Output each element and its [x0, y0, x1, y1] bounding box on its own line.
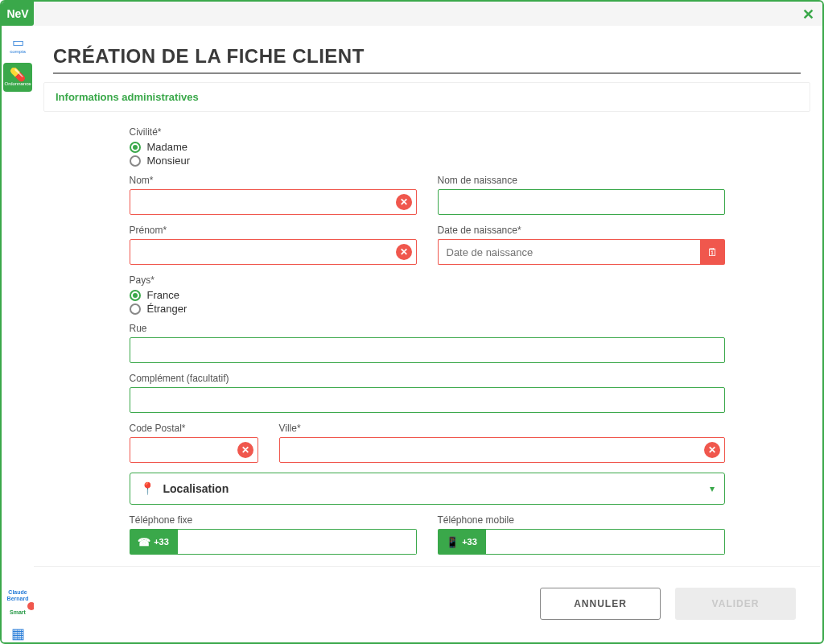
validate-button[interactable]: VALIDER	[675, 588, 796, 620]
tel-mobile-label: Téléphone mobile	[438, 514, 725, 526]
pays-radio-group: France Étranger	[130, 289, 725, 315]
error-icon: ✕	[237, 442, 253, 458]
calendar-icon: 🗓	[707, 246, 718, 258]
app-window: NeV ✕ ▭ compta 💊 Ordonnance Claude Berna…	[0, 0, 824, 644]
form-body: Civilité* Madame Monsieur Nom* ✕ Nom de	[34, 112, 820, 640]
nom-label: Nom*	[130, 175, 417, 186]
localisation-label: Localisation	[163, 482, 229, 495]
pays-label: Pays*	[130, 275, 725, 286]
chevron-down-icon: ▾	[710, 483, 715, 494]
tel-mobile-input[interactable]	[486, 529, 725, 555]
mobile-icon: 📱	[446, 536, 459, 548]
footer-bar: ANNULER VALIDER	[34, 566, 820, 640]
tel-fixe-input[interactable]	[178, 529, 417, 555]
civilite-label: Civilité*	[130, 126, 725, 138]
calendar-button[interactable]: 🗓	[700, 239, 725, 265]
date-naissance-label: Date de naissance*	[438, 225, 725, 236]
rail-logo-claude-bernard[interactable]: Claude Bernard	[3, 589, 32, 602]
civilite-madame[interactable]: Madame	[130, 141, 725, 153]
localisation-select[interactable]: 📍 Localisation ▾	[130, 473, 725, 505]
pays-etranger[interactable]: Étranger	[130, 303, 725, 315]
topbar: NeV ✕	[2, 2, 822, 26]
date-naissance-input[interactable]	[438, 239, 700, 265]
nom-input[interactable]	[130, 189, 417, 215]
section-tab-admin-info[interactable]: Informations administratives	[43, 82, 810, 112]
left-rail: ▭ compta 💊 Ordonnance Claude Bernard Sma…	[2, 26, 34, 642]
apps-grid-icon[interactable]: ▦	[11, 625, 25, 642]
error-icon: ✕	[396, 244, 412, 260]
civilite-monsieur[interactable]: Monsieur	[130, 155, 725, 167]
app-logo: NeV	[2, 2, 34, 26]
content-area: CRÉATION DE LA FICHE CLIENT Informations…	[34, 26, 820, 640]
phone-mobile-prefix[interactable]: 📱+33	[438, 529, 486, 555]
cp-label: Code Postal*	[130, 423, 258, 434]
cancel-button[interactable]: ANNULER	[540, 588, 661, 620]
complement-input[interactable]	[130, 387, 725, 413]
close-icon[interactable]: ✕	[802, 6, 814, 23]
rue-label: Rue	[130, 323, 725, 334]
phone-fixe-prefix[interactable]: ☎+33	[130, 529, 178, 555]
rue-input[interactable]	[130, 337, 725, 363]
error-icon: ✕	[704, 442, 720, 458]
page-title: CRÉATION DE LA FICHE CLIENT	[34, 26, 820, 72]
radio-off-icon	[130, 155, 141, 167]
card-icon: ▭	[12, 36, 24, 49]
pays-france[interactable]: France	[130, 289, 725, 301]
nom-naissance-input[interactable]	[438, 189, 725, 215]
radio-off-icon	[130, 303, 141, 315]
phone-icon: ☎	[138, 536, 150, 548]
ville-label: Ville*	[279, 423, 725, 434]
pill-icon: 💊	[10, 68, 26, 81]
rail-logo-smart[interactable]: Smart	[3, 605, 32, 618]
error-icon: ✕	[396, 194, 412, 210]
title-rule	[53, 72, 801, 74]
ville-input[interactable]	[279, 437, 725, 463]
radio-on-icon	[130, 290, 141, 301]
tel-fixe-label: Téléphone fixe	[130, 514, 417, 526]
pin-icon: 📍	[140, 481, 155, 496]
radio-on-icon	[130, 142, 141, 153]
complement-label: Complément (facultatif)	[130, 373, 725, 384]
civilite-radio-group: Madame Monsieur	[130, 141, 725, 167]
nom-naissance-label: Nom de naissance	[438, 175, 725, 186]
prenom-label: Prénom*	[130, 225, 417, 236]
rail-item-ordonnance[interactable]: 💊 Ordonnance	[3, 63, 32, 92]
rail-item-compta[interactable]: ▭ compta	[3, 31, 32, 60]
prenom-input[interactable]	[130, 239, 417, 265]
